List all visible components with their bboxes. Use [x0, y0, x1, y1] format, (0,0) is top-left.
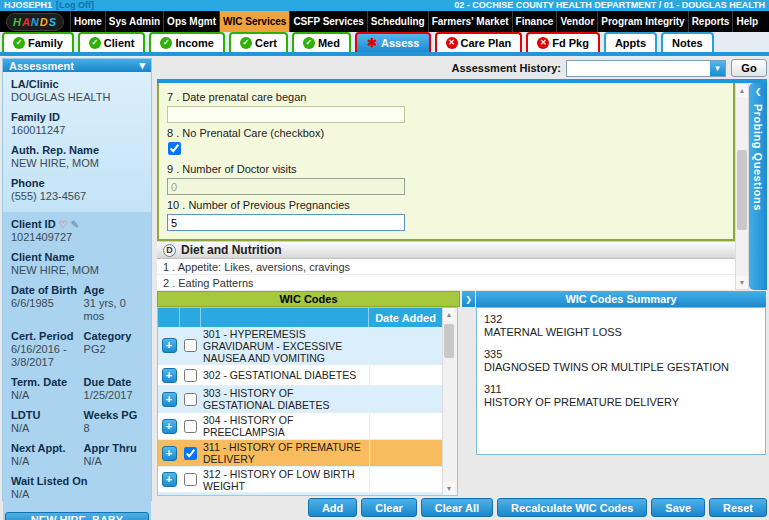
- scroll-up-icon[interactable]: ▲: [736, 84, 748, 97]
- menu-wic-services[interactable]: WIC Services: [219, 11, 289, 32]
- menu-home[interactable]: Home: [70, 11, 105, 32]
- code-text: 303 - HISTORY OF GESTATIONAL DIABETES: [201, 385, 369, 413]
- add-code-button[interactable]: +: [162, 338, 177, 353]
- scroll-up-icon[interactable]: ▲: [443, 308, 455, 321]
- question-9-label: 9 . Number of Doctor visits: [167, 163, 725, 175]
- assessment-questions-viewport: 7 . Date prenatal care began 8 . No Pren…: [157, 83, 735, 290]
- tab-client[interactable]: ✓ Client: [78, 32, 146, 52]
- field-label: Date of Birth: [11, 284, 82, 297]
- save-button[interactable]: Save: [651, 498, 705, 517]
- family-members: NEW HIRE, BABY NEW HIRE, FOSTER: [3, 510, 151, 520]
- code-text: 321 - HISTORY OF: [201, 495, 369, 496]
- tab-med[interactable]: ✓ Med: [292, 32, 351, 52]
- menu-csfp-services[interactable]: CSFP Services: [289, 11, 366, 32]
- add-button[interactable]: Add: [308, 498, 357, 517]
- code-checkbox[interactable]: [184, 339, 197, 352]
- table-row-302[interactable]: + 302 - GESTATIONAL DIABETES: [158, 365, 457, 386]
- hands-logo-text: HANDS: [6, 13, 64, 31]
- complete-check-icon: ✓: [240, 37, 252, 49]
- assessment-history-bar: Assessment History: ▾ Go: [157, 58, 767, 78]
- tab-cert[interactable]: ✓ Cert: [229, 32, 288, 52]
- summary-item: 335 DIAGNOSED TWINS OR MULTIPLE GESTATIO…: [484, 348, 758, 374]
- scroll-down-icon[interactable]: ▼: [736, 276, 748, 289]
- menu-finance[interactable]: Finance: [512, 11, 557, 32]
- code-checkbox[interactable]: [184, 393, 197, 406]
- code-checkbox[interactable]: [184, 473, 197, 486]
- diet-question-2[interactable]: 2 . Eating Patterns: [157, 275, 735, 290]
- scroll-down-icon[interactable]: ▼: [443, 482, 455, 495]
- add-code-button[interactable]: +: [162, 368, 177, 383]
- expand-summary-button[interactable]: ❯: [462, 291, 475, 307]
- menu-scheduling[interactable]: Scheduling: [367, 11, 428, 32]
- complete-check-icon: ✓: [89, 37, 101, 49]
- probing-questions-tab[interactable]: ❮ Probing Questions: [749, 83, 767, 290]
- pencil-edit-icon[interactable]: ✎: [71, 219, 79, 230]
- question-8-checkbox[interactable]: [168, 142, 181, 155]
- question-7-input[interactable]: [167, 106, 405, 123]
- tab-assess-label: Assess: [381, 37, 420, 49]
- tab-care-plan[interactable]: ✕ Care Plan: [435, 32, 523, 52]
- tab-fd-pkg[interactable]: ✕ Fd Pkg: [526, 32, 600, 52]
- field-label: Appr Thru: [84, 442, 143, 455]
- heart-icon[interactable]: ♡: [59, 219, 68, 230]
- go-button[interactable]: Go: [731, 59, 767, 77]
- tab-appts[interactable]: Appts: [604, 32, 657, 52]
- field-label: Family ID: [11, 111, 143, 124]
- summary-code: 132: [484, 313, 758, 326]
- clear-button[interactable]: Clear: [361, 498, 417, 517]
- menu-ops-mgmt[interactable]: Ops Mgmt: [163, 11, 219, 32]
- member-button-new-hire-baby[interactable]: NEW HIRE, BABY: [5, 512, 149, 520]
- question-10-input[interactable]: [167, 214, 405, 231]
- menu-reports[interactable]: Reports: [688, 11, 733, 32]
- tab-appts-label: Appts: [615, 37, 646, 49]
- field-label: Client ID: [11, 218, 56, 230]
- table-row-301[interactable]: + 301 - HYPEREMESIS GRAVIDARUM - EXCESSI…: [158, 327, 457, 365]
- add-code-button[interactable]: +: [162, 392, 177, 407]
- section-title: Diet and Nutrition: [181, 243, 282, 257]
- sidebar-section-selector[interactable]: Assessment ▾: [3, 59, 151, 72]
- sidebar-title: Assessment: [9, 60, 74, 72]
- code-checkbox[interactable]: [184, 420, 197, 433]
- tab-assess[interactable]: ✱ Assess: [355, 32, 431, 52]
- add-code-button[interactable]: +: [162, 472, 177, 487]
- code-checkbox[interactable]: [184, 447, 197, 460]
- date-added-cell: [369, 413, 442, 439]
- menu-program-integrity[interactable]: Program Integrity: [597, 11, 687, 32]
- add-code-button[interactable]: +: [162, 419, 177, 434]
- tab-income[interactable]: ✓ Income: [149, 32, 225, 52]
- reset-button[interactable]: Reset: [709, 498, 767, 517]
- field-value: 6/6/1985: [11, 297, 82, 310]
- menu-sys-admin[interactable]: Sys Admin: [105, 11, 163, 32]
- menu-farmers-market[interactable]: Farmers' Market: [428, 11, 512, 32]
- code-checkbox[interactable]: [184, 369, 197, 382]
- hands-logo: HANDS: [0, 11, 70, 32]
- recalculate-wic-codes-button[interactable]: Recalculate WIC Codes: [497, 498, 647, 517]
- menu-vendor[interactable]: Vendor: [556, 11, 597, 32]
- tab-family[interactable]: ✓ Family: [2, 32, 74, 52]
- diet-nutrition-section-header[interactable]: D Diet and Nutrition: [157, 241, 735, 259]
- table-row-312[interactable]: + 312 - HISTORY OF LOW BIRTH WEIGHT: [158, 467, 457, 493]
- scrollbar-thumb[interactable]: [444, 324, 454, 358]
- chevron-down-icon[interactable]: ▾: [710, 61, 725, 76]
- scrollbar-thumb[interactable]: [737, 150, 747, 230]
- field-value: N/A: [84, 455, 143, 468]
- questions-scrollbar[interactable]: ▲ ▼: [735, 83, 749, 290]
- menu-help[interactable]: Help: [732, 11, 761, 32]
- date-added-column-header: Date Added: [369, 308, 442, 327]
- table-row-303[interactable]: + 303 - HISTORY OF GESTATIONAL DIABETES: [158, 386, 457, 413]
- diet-question-1[interactable]: 1 . Appetite: Likes, aversions, cravings: [157, 259, 735, 275]
- field-label: Category: [84, 330, 143, 343]
- add-code-button[interactable]: +: [162, 446, 177, 461]
- field-value: (555) 123-4567: [11, 190, 143, 203]
- clear-all-button[interactable]: Clear All: [421, 498, 493, 517]
- assessment-history-select[interactable]: ▾: [566, 60, 726, 77]
- field-label: Next Appt.: [11, 442, 82, 455]
- table-scrollbar[interactable]: ▲ ▼: [442, 308, 457, 495]
- family-info-panel: LA/Clinic DOUGLAS HEALTH Family ID 16001…: [3, 72, 151, 212]
- tab-notes[interactable]: Notes: [661, 32, 714, 52]
- table-row-304[interactable]: + 304 - HISTORY OF PREECLAMPSIA: [158, 413, 457, 440]
- field-value: 1/25/2017: [84, 389, 143, 402]
- client-sidebar: Assessment ▾ LA/Clinic DOUGLAS HEALTH Fa…: [2, 58, 152, 501]
- table-row-311-selected[interactable]: + 311 - HISTORY OF PREMATURE DELIVERY: [158, 440, 457, 467]
- log-off-link[interactable]: [Log Off]: [56, 0, 94, 11]
